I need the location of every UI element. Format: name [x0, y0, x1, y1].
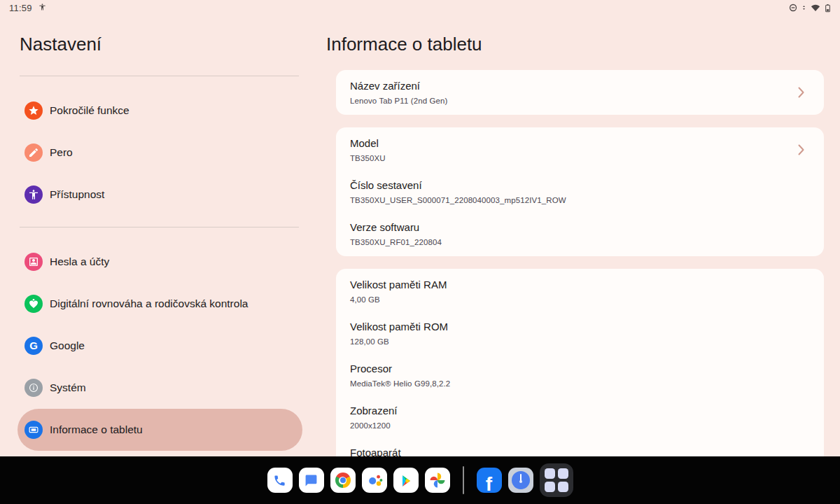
setting-label: Název zařízení: [350, 79, 810, 93]
setting-value: TB350XU: [350, 153, 810, 164]
google-icon: G: [24, 337, 43, 355]
chevron-right-icon: [798, 144, 804, 155]
sidebar-title: Nastavení: [20, 34, 102, 55]
dock-play-store-icon[interactable]: [393, 468, 419, 493]
setting-row-slo-sestaven: Číslo sestavení TB350XU_USER_S000071_220…: [336, 171, 824, 213]
setting-value: 128,00 GB: [350, 336, 810, 347]
wellbeing-icon: [24, 295, 43, 313]
dock-phone-icon[interactable]: [267, 468, 293, 493]
dock-app-drawer-icon[interactable]: [540, 463, 573, 497]
setting-label: Velikost paměti ROM: [350, 320, 810, 334]
setting-value: Lenovo Tab P11 (2nd Gen): [350, 95, 810, 106]
sidebar-list: Pokročilé funkce Pero Přístupnost Hesla …: [0, 64, 319, 451]
setting-value: MediaTek® Helio G99,8,2.2: [350, 378, 810, 389]
about-tablet-panel: Informace o tabletu Název zařízení Lenov…: [319, 15, 840, 504]
sidebar-item-label: Digitální rovnováha a rodičovská kontrol…: [50, 298, 248, 310]
sidebar-item-label: Pokročilé funkce: [50, 104, 130, 117]
setting-label: Verze softwaru: [350, 220, 810, 234]
pen-icon: [24, 144, 43, 162]
wifi-icon: [811, 4, 820, 12]
setting-label: Velikost paměti RAM: [350, 278, 810, 292]
settings-cards: Název zařízení Lenovo Tab P11 (2nd Gen) …: [336, 70, 824, 481]
sidebar-divider: [20, 227, 299, 227]
accessibility-status-icon: [38, 3, 46, 11]
accessibility-icon: [24, 186, 43, 204]
dock-clock-icon[interactable]: [508, 468, 533, 493]
sidebar-item-label: Pero: [50, 146, 73, 159]
setting-label: Model: [350, 136, 810, 150]
tablet-icon: [24, 421, 43, 439]
setting-row-n-zev-za-zen[interactable]: Název zařízení Lenovo Tab P11 (2nd Gen): [336, 71, 824, 113]
dock-photos-icon[interactable]: [425, 468, 450, 493]
status-time: 11:59: [9, 3, 32, 13]
dock-facebook-icon[interactable]: f: [477, 468, 502, 493]
setting-value: 2000x1200: [350, 420, 810, 431]
id-card-icon: [24, 253, 43, 271]
setting-row-procesor: Procesor MediaTek® Helio G99,8,2.2: [336, 354, 824, 396]
taskbar-dock: f: [0, 456, 840, 504]
sidebar-item-accessibility[interactable]: Přístupnost: [0, 174, 319, 216]
sidebar-item-label: Systém: [50, 382, 86, 394]
setting-value: TB350XU_USER_S000071_2208040003_mp512IV1…: [350, 195, 810, 206]
settings-card: Velikost paměti RAM 4,00 GB Velikost pam…: [336, 269, 824, 468]
settings-card: Model TB350XU Číslo sestavení TB350XU_US…: [336, 127, 824, 256]
dock-messages-icon[interactable]: [299, 468, 324, 493]
sidebar-item-system[interactable]: Systém: [0, 367, 319, 409]
setting-value: TB350XU_RF01_220804: [350, 237, 810, 248]
sidebar-item-google[interactable]: G Google: [0, 325, 319, 367]
page-title: Informace o tabletu: [326, 34, 482, 55]
info-icon: [24, 379, 43, 397]
sidebar-item-advanced-features[interactable]: Pokročilé funkce: [0, 90, 319, 132]
chevron-right-icon: [798, 87, 804, 98]
sidebar-item-digital-wellbeing[interactable]: Digitální rovnováha a rodičovská kontrol…: [0, 283, 319, 325]
sidebar-item-label: Google: [50, 340, 85, 352]
dock-assistant-icon[interactable]: [362, 468, 387, 493]
battery-icon: [825, 4, 831, 13]
sidebar-item-label: Hesla a účty: [50, 255, 109, 268]
dock-divider: [463, 466, 464, 494]
setting-label: Zobrazení: [350, 404, 810, 418]
setting-row-velikost-pam-ti-ram: Velikost paměti RAM 4,00 GB: [336, 270, 824, 312]
dock-chrome-icon[interactable]: [330, 468, 356, 493]
status-right-icons: [789, 4, 831, 13]
settings-sidebar: Nastavení Pokročilé funkce Pero Přístupn…: [0, 15, 319, 456]
sidebar-item-label: Přístupnost: [50, 188, 104, 201]
star-icon: [24, 102, 43, 120]
setting-value: 4,00 GB: [350, 294, 810, 305]
setting-row-velikost-pam-ti-rom: Velikost paměti ROM 128,00 GB: [336, 312, 824, 354]
status-left-icons: [38, 3, 46, 13]
settings-card: Název zařízení Lenovo Tab P11 (2nd Gen): [336, 70, 824, 115]
sidebar-item-pen[interactable]: Pero: [0, 132, 319, 174]
setting-row-zobrazen: Zobrazení 2000x1200: [336, 396, 824, 438]
setting-label: Procesor: [350, 362, 810, 376]
status-bar: 11:59: [0, 0, 840, 15]
sidebar-divider: [20, 76, 299, 76]
sidebar-item-about-tablet[interactable]: Informace o tabletu: [18, 409, 302, 451]
sidebar-item-passwords-accounts[interactable]: Hesla a účty: [0, 241, 319, 283]
setting-row-model[interactable]: Model TB350XU: [336, 129, 824, 171]
sidebar-item-label: Informace o tabletu: [50, 424, 143, 436]
dnd-icon: [789, 4, 797, 12]
data-usage-icon: [802, 4, 806, 12]
setting-label: Číslo sestavení: [350, 178, 810, 192]
setting-row-verze-softwaru: Verze softwaru TB350XU_RF01_220804: [336, 213, 824, 255]
